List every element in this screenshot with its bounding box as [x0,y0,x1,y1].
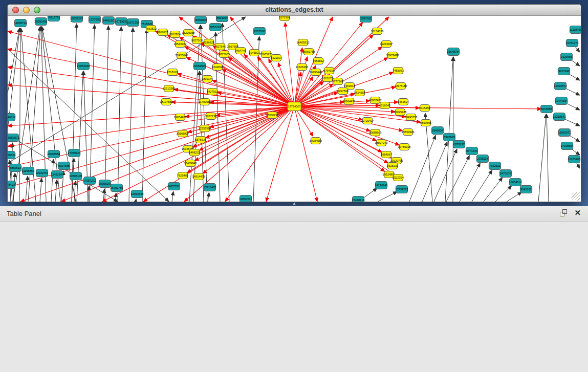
graph-node-20553871[interactable]: 20553871 [8,134,19,142]
graph-node-2935114[interactable]: 2935114 [477,155,489,163]
graph-node-12444154[interactable]: 12444154 [555,97,568,105]
graph-node-9474444[interactable]: 9474444 [466,147,478,155]
graph-node-10654112[interactable]: 10654112 [509,179,521,186]
graph-node-9827508[interactable]: 9827508 [191,37,203,44]
graph-node-17359924[interactable]: 17359924 [68,149,81,157]
graph-node-16053809[interactable]: 16053809 [194,16,207,24]
graph-node-16409210[interactable]: 16409210 [297,39,310,46]
graph-node-9146821[interactable]: 9146821 [249,50,260,56]
graph-node-11626265[interactable]: 11626265 [296,64,308,71]
graph-node-18724007[interactable]: 18724007 [288,102,301,111]
graph-node-18807249[interactable]: 18807249 [375,140,388,146]
graph-node-12093872[interactable]: 12093872 [554,82,567,90]
graph-node-15992971[interactable]: 15992971 [558,129,571,137]
graph-node-9129966[interactable]: 9129966 [561,53,573,61]
graph-node-16071355[interactable]: 16071355 [127,19,140,27]
graph-node-1615132[interactable]: 1615132 [387,163,398,169]
graph-node-15448413[interactable]: 15448413 [352,196,365,202]
graph-node-20364436[interactable]: 20364436 [343,98,356,105]
graph-node-19958167[interactable]: 19958167 [99,180,112,188]
graph-node-8215955[interactable]: 8215955 [541,105,553,113]
graph-node-10025488[interactable]: 10025488 [394,109,407,116]
graph-node-12213369[interactable]: 12213369 [163,85,176,92]
graph-node-8427512[interactable]: 8427512 [207,89,218,95]
graph-node-19166827[interactable]: 19166827 [177,130,189,137]
graph-node-15226058[interactable]: 15226058 [182,30,195,36]
graph-node-19846512[interactable]: 19846512 [8,114,15,121]
graph-node-11700652[interactable]: 11700652 [199,99,211,105]
graph-node-9242848[interactable]: 9242848 [212,64,223,71]
graph-node-9115460[interactable]: 9115460 [419,105,430,112]
graph-node-9197588[interactable]: 9197588 [58,162,70,170]
graph-node-9463627[interactable]: 9463627 [398,99,409,105]
graph-node-10973493[interactable]: 10973493 [386,52,399,59]
graph-node-20053346[interactable]: 20053346 [77,62,90,70]
graph-node-18107552[interactable]: 18107552 [160,99,173,105]
graph-node-3267130[interactable]: 3267130 [205,113,216,120]
graph-node-16648784[interactable]: 16648784 [447,48,460,56]
graph-node-7857224[interactable]: 7857224 [210,24,222,31]
graph-node-17334263[interactable]: 17334263 [396,186,408,193]
graph-node-11451944[interactable]: 11451944 [51,171,63,179]
graph-node-8471676[interactable]: 8471676 [500,170,512,178]
graph-node-14055724[interactable]: 14055724 [14,19,27,27]
graph-node-19654923[interactable]: 19654923 [402,129,415,136]
graph-node-19384554[interactable]: 19384554 [310,138,322,144]
float-panel-icon[interactable] [560,209,567,216]
graph-node-6879197[interactable]: 6879197 [453,141,465,148]
graph-node-18300295[interactable]: 18300295 [266,112,279,119]
graph-node-5498222[interactable]: 5498222 [189,149,200,156]
graph-node-1527602[interactable]: 1527602 [89,16,101,24]
graph-node-13505135[interactable]: 13505135 [70,172,82,180]
graph-node-7485063[interactable]: 7485063 [393,68,404,74]
graph-node-16990448[interactable]: 16990448 [310,69,322,76]
graph-node-12353594[interactable]: 12353594 [199,125,211,132]
graph-node-15716485[interactable]: 15716485 [204,184,216,191]
graph-node-9684067[interactable]: 9684067 [381,151,392,158]
graph-node-9218506[interactable]: 9218506 [254,28,266,35]
graph-node-8938923[interactable]: 8938923 [444,134,455,141]
graph-node-1621072[interactable]: 1621072 [322,75,333,82]
graph-node-9457791[interactable]: 9457791 [168,183,180,190]
graph-node-3624554[interactable]: 3624554 [354,90,365,96]
panel-divider-handle[interactable]: ▲ [291,202,298,206]
window-resize-grip[interactable] [572,192,580,201]
network-canvas[interactable]: 1405572420691406193137911005328715276026… [8,16,581,202]
graph-node-13975185[interactable]: 13975185 [395,83,407,90]
graph-node-17016504[interactable]: 17016504 [561,142,574,150]
graph-node-15751074[interactable]: 15751074 [566,39,579,47]
graph-node-5878334[interactable]: 5878334 [195,137,206,143]
graph-node-12720407[interactable]: 12720407 [361,118,374,124]
graph-node-16543382[interactable]: 16543382 [174,41,187,48]
graph-node-20691406[interactable]: 20691406 [35,18,48,26]
graph-node-19495758[interactable]: 19495758 [405,114,418,121]
graph-node-14136141[interactable]: 14136141 [375,182,388,189]
graph-node-12942757[interactable]: 12942757 [36,169,49,177]
graph-node-9245652[interactable]: 9245652 [520,186,532,193]
graph-node-7632621[interactable]: 7632621 [489,162,501,170]
graph-node-6850510[interactable]: 6850510 [10,164,21,172]
graph-node-8454749[interactable]: 8454749 [235,48,246,54]
graph-node-3572301[interactable]: 3572301 [279,16,290,21]
graph-node-20860371[interactable]: 20860371 [239,195,252,202]
graph-node-9868423[interactable]: 9868423 [8,181,15,189]
graph-node-12923446[interactable]: 12923446 [131,190,144,198]
graph-node-8960125[interactable]: 8960125 [157,29,168,36]
graph-node-6794028[interactable]: 6794028 [323,68,335,74]
graph-node-10756928[interactable]: 10756928 [398,144,411,150]
graph-node-2803144[interactable]: 2803144 [202,76,213,82]
graph-node-16154838[interactable]: 16154838 [371,28,384,35]
graph-node-1640934[interactable]: 1640934 [432,127,444,135]
graph-node-6466160[interactable]: 6466160 [103,17,115,25]
graph-node-11156869[interactable]: 11156869 [22,167,34,175]
graph-node-8186528[interactable]: 8186528 [203,39,214,46]
graph-node-7663822[interactable]: 7663822 [145,26,157,32]
graph-node-10719155[interactable]: 10719155 [115,18,128,26]
graph-node-12213967[interactable]: 12213967 [380,41,393,48]
graph-node-6497568[interactable]: 6497568 [337,88,349,95]
graph-node-10688609[interactable]: 10688609 [369,129,382,136]
graph-node-9699695[interactable]: 9699695 [420,120,431,126]
graph-node-11675305[interactable]: 11675305 [568,156,580,163]
graph-node-22420046[interactable]: 22420046 [176,52,188,59]
graph-node-2687682[interactable]: 2687682 [360,16,372,23]
